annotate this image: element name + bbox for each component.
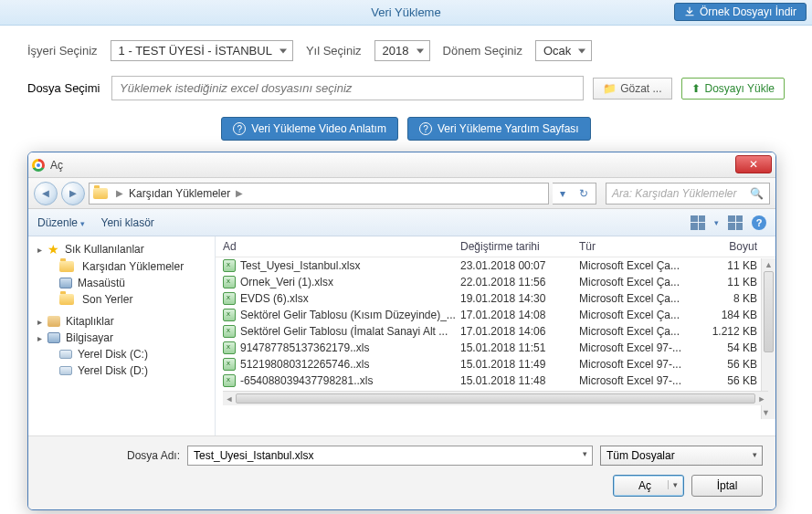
file-path-input[interactable] bbox=[111, 76, 584, 100]
collapse-icon[interactable]: ▸ bbox=[36, 246, 44, 254]
scroll-thumb[interactable] bbox=[236, 393, 755, 404]
col-header-name[interactable]: Ad bbox=[223, 240, 460, 253]
year-value: 2018 bbox=[383, 44, 409, 58]
help-row: ? Veri Yükleme Video Anlatım ? Veri Yükl… bbox=[0, 110, 812, 153]
view-list-icon[interactable] bbox=[691, 215, 705, 230]
folder-open-icon: 📁 bbox=[603, 82, 617, 95]
file-type: Microsoft Excel Ça... bbox=[579, 325, 698, 338]
cancel-button[interactable]: İptal bbox=[691, 475, 763, 497]
close-button[interactable]: ✕ bbox=[735, 155, 772, 173]
scroll-down-icon[interactable]: ▼ bbox=[762, 406, 770, 419]
file-size: 56 KB bbox=[698, 374, 757, 387]
open-button[interactable]: Aç bbox=[613, 475, 684, 497]
file-size: 56 KB bbox=[698, 358, 757, 371]
breadcrumb-segment[interactable]: Karşıdan Yüklemeler bbox=[129, 187, 230, 200]
dialog-titlebar[interactable]: Aç ✕ bbox=[28, 152, 775, 178]
new-folder-button[interactable]: Yeni klasör bbox=[101, 216, 154, 229]
file-date: 17.01.2018 14:06 bbox=[460, 325, 579, 338]
nav-back-button[interactable]: ◄ bbox=[34, 182, 58, 205]
scroll-thumb[interactable] bbox=[764, 271, 774, 352]
nav-forward-button[interactable]: ► bbox=[61, 182, 85, 205]
file-row[interactable]: Test_Uyesi_Istanbul.xlsx23.01.2018 00:07… bbox=[216, 257, 775, 274]
year-select[interactable]: 2018 bbox=[374, 40, 430, 61]
period-value: Ocak bbox=[543, 44, 571, 58]
chevron-down-icon[interactable]: ▾ bbox=[714, 218, 719, 227]
filename-input[interactable]: Test_Uyesi_Istanbul.xlsx bbox=[187, 446, 593, 466]
filetype-select[interactable]: Tüm Dosyalar bbox=[600, 446, 763, 466]
expand-icon[interactable]: ▸ bbox=[36, 318, 44, 326]
file-type: Microsoft Excel Ça... bbox=[579, 292, 698, 305]
file-open-dialog: Aç ✕ ◄ ► ▶ Karşıdan Yüklemeler ▶ ▾ ↻ Ara… bbox=[27, 152, 776, 510]
file-name: EVDS (6).xlsx bbox=[240, 292, 309, 305]
file-size: 11 KB bbox=[698, 276, 757, 288]
tree-computer[interactable]: ▸ Bilgisayar bbox=[28, 330, 215, 346]
browse-button[interactable]: 📁 Gözat ... bbox=[593, 78, 671, 100]
breadcrumb-actions: ▾ ↻ bbox=[553, 183, 596, 205]
file-name: Sektörel Gelir Tablosu (Kısım Düzeyinde)… bbox=[240, 309, 456, 321]
excel-icon bbox=[223, 259, 236, 272]
file-row[interactable]: Sektörel Gelir Tablosu (İmalat Sanayi Al… bbox=[216, 323, 775, 340]
file-row[interactable]: Sektörel Gelir Tablosu (Kısım Düzeyinde)… bbox=[216, 307, 775, 323]
view-options: ▾ ? bbox=[691, 215, 766, 230]
scroll-left-icon[interactable]: ◄ bbox=[223, 392, 236, 405]
disk-icon bbox=[59, 366, 72, 375]
workplace-select[interactable]: 1 - TEST ÜYESİ - İSTANBUL bbox=[111, 40, 293, 61]
tree-favorites[interactable]: ▸ ★ Sık Kullanılanlar bbox=[28, 240, 215, 258]
file-row[interactable]: EVDS (6).xlsx19.01.2018 14:30Microsoft E… bbox=[216, 290, 775, 307]
file-size: 11 KB bbox=[698, 259, 757, 272]
tree-disk-c[interactable]: Yerel Disk (C:) bbox=[28, 346, 215, 362]
scroll-up-icon[interactable]: ▲ bbox=[762, 258, 775, 271]
col-header-size[interactable]: Boyut bbox=[698, 240, 757, 253]
tree-libraries[interactable]: ▸ Kitaplıklar bbox=[28, 313, 215, 330]
download-sample-label: Örnek Dosyayı İndir bbox=[700, 5, 796, 18]
help-page-button[interactable]: ? Veri Yükleme Yardım Sayfası bbox=[407, 117, 591, 141]
tree-disk-d[interactable]: Yerel Disk (D:) bbox=[28, 362, 215, 379]
view-preview-icon[interactable] bbox=[728, 215, 743, 230]
question-icon: ? bbox=[233, 122, 246, 135]
dialog-buttons: Aç İptal bbox=[41, 475, 763, 497]
tree-label: Son Yerler bbox=[82, 293, 132, 306]
file-row[interactable]: -654088039437798281..xls15.01.2018 11:48… bbox=[216, 372, 775, 389]
tree-desktop[interactable]: Masaüstü bbox=[28, 275, 215, 291]
tree-recent[interactable]: Son Yerler bbox=[28, 291, 215, 308]
file-date: 17.01.2018 14:08 bbox=[460, 309, 579, 321]
excel-icon bbox=[223, 276, 236, 288]
tree-label: Karşıdan Yüklemeler bbox=[82, 260, 184, 273]
file-row[interactable]: 512198080312265746..xls15.01.2018 11:49M… bbox=[216, 356, 775, 372]
filename-row: Dosya Adı: Test_Uyesi_Istanbul.xlsx Tüm … bbox=[41, 446, 763, 466]
tree-label: Bilgisayar bbox=[66, 331, 113, 344]
dialog-help-icon[interactable]: ? bbox=[752, 215, 766, 230]
chrome-icon bbox=[32, 159, 45, 172]
tree-label: Masaüstü bbox=[78, 277, 125, 289]
file-row[interactable]: Ornek_Veri (1).xlsx22.01.2018 11:56Micro… bbox=[216, 274, 775, 290]
upload-button[interactable]: ⬆ Dosyayı Yükle bbox=[681, 78, 785, 100]
upload-label: Dosyayı Yükle bbox=[705, 82, 775, 95]
collapse-icon[interactable]: ▸ bbox=[36, 334, 44, 342]
library-icon bbox=[47, 316, 60, 327]
refresh-icon[interactable]: ↻ bbox=[579, 187, 588, 200]
dialog-search-input[interactable]: Ara: Karşıdan Yüklemeler 🔍 bbox=[606, 183, 770, 205]
organize-menu[interactable]: Düzenle bbox=[37, 216, 85, 229]
col-header-type[interactable]: Tür bbox=[579, 240, 698, 253]
chevron-down-icon[interactable]: ▾ bbox=[560, 187, 565, 200]
file-select-row: Dosya Seçimi 📁 Gözat ... ⬆ Dosyayı Yükle bbox=[0, 70, 812, 110]
scroll-right-icon[interactable]: ► bbox=[755, 392, 768, 405]
col-header-date[interactable]: Değiştirme tarihi bbox=[460, 240, 579, 253]
file-type: Microsoft Excel 97-... bbox=[579, 341, 698, 354]
download-sample-button[interactable]: Örnek Dosyayı İndir bbox=[674, 3, 807, 21]
file-row[interactable]: 914787785137362179..xls15.01.2018 11:51M… bbox=[216, 340, 775, 356]
file-name: Ornek_Veri (1).xlsx bbox=[240, 276, 333, 288]
horizontal-scrollbar[interactable]: ◄ ► bbox=[223, 391, 768, 405]
breadcrumb[interactable]: ▶ Karşıdan Yüklemeler ▶ bbox=[89, 183, 549, 205]
tree-label: Kitaplıklar bbox=[66, 315, 114, 328]
desktop-icon bbox=[59, 278, 72, 288]
file-name: Sektörel Gelir Tablosu (İmalat Sanayi Al… bbox=[240, 325, 448, 338]
help-video-button[interactable]: ? Veri Yükleme Video Anlatım bbox=[221, 117, 398, 141]
excel-icon bbox=[223, 309, 236, 321]
help-video-label: Veri Yükleme Video Anlatım bbox=[251, 122, 386, 135]
page-title: Veri Yükleme bbox=[371, 5, 440, 19]
tree-downloads[interactable]: Karşıdan Yüklemeler bbox=[28, 258, 215, 275]
filename-value: Test_Uyesi_Istanbul.xlsx bbox=[194, 449, 313, 462]
period-select[interactable]: Ocak bbox=[535, 40, 592, 61]
file-type: Microsoft Excel Ça... bbox=[579, 309, 698, 321]
